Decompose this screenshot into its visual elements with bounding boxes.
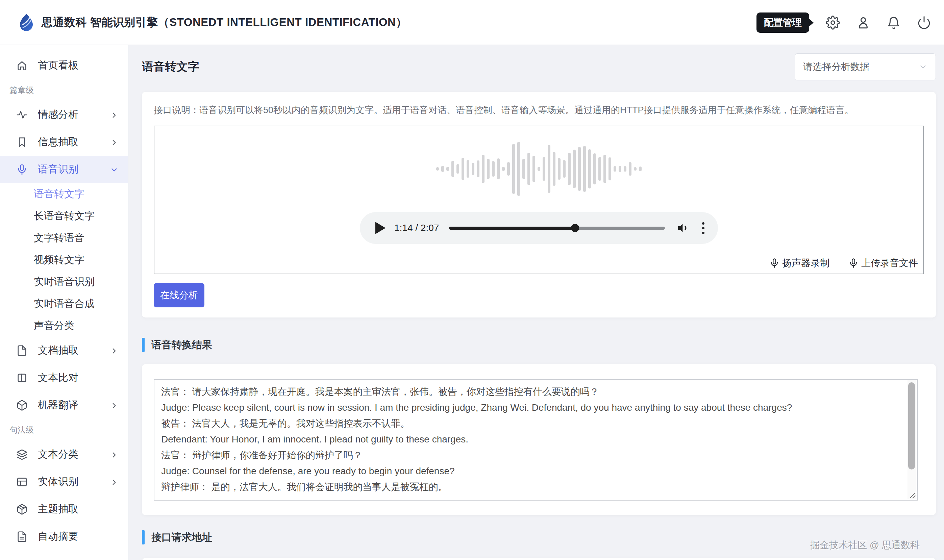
sidebar-item-speech-recognition[interactable]: 语音识别	[0, 156, 128, 183]
home-icon	[16, 60, 28, 71]
waveform-bar	[558, 158, 561, 180]
result-card: 法官： 请大家保持肃静，现在开庭。我是本案的主审法官，张伟。被告，你对这些指控有…	[142, 364, 936, 515]
chevron-down-icon	[110, 165, 119, 174]
sidebar-subitem-long-speech-to-text[interactable]: 长语音转文字	[0, 205, 128, 227]
waveform-bar	[502, 167, 505, 171]
waveform-bar	[573, 150, 576, 188]
waveform-bar	[543, 157, 545, 181]
waveform-bar	[553, 152, 556, 186]
page-title: 语音转文字	[142, 59, 199, 75]
user-icon[interactable]	[856, 15, 871, 30]
waveform-bar	[634, 167, 636, 171]
file-text-icon	[16, 531, 28, 542]
sidebar-item-information-extraction[interactable]: 信息抽取	[0, 128, 128, 156]
transcript-line: 被告： 法官大人，我是无辜的。我对这些指控表示不认罪。	[161, 415, 897, 431]
header-actions: 配置管理	[756, 0, 932, 45]
result-section-header: 语音转换结果	[142, 338, 212, 352]
sidebar-item-sentiment-analysis[interactable]: 情感分析	[0, 101, 128, 128]
waveform-bar	[477, 160, 479, 177]
waveform	[436, 139, 642, 198]
api-card	[142, 558, 936, 560]
chevron-right-icon	[110, 111, 119, 119]
waveform-bar	[629, 162, 631, 175]
result-section-title: 语音转换结果	[151, 338, 212, 352]
waveform-bar	[588, 149, 591, 188]
scrollbar-thumb[interactable]	[908, 382, 915, 469]
file-icon	[16, 345, 28, 356]
sidebar-subitem-video-to-text[interactable]: 视频转文字	[0, 249, 128, 271]
app-title: 思通数科 智能识别引擎（STONEDT INTELLIGENT IDENTIFI…	[42, 15, 407, 30]
play-button[interactable]	[375, 222, 385, 234]
app-header: 思通数科 智能识别引擎（STONEDT INTELLIGENT IDENTIFI…	[0, 0, 944, 45]
volume-icon[interactable]	[676, 221, 690, 235]
chevron-right-icon	[110, 478, 119, 486]
audio-input-card: 接口说明：语音识别可以将50秒以内的音频识别为文字。适用于语音对话、语音控制、语…	[142, 92, 936, 317]
more-options-icon[interactable]	[700, 220, 707, 236]
waveform-bar	[436, 167, 439, 171]
waveform-bar	[608, 157, 611, 180]
sidebar-subitem-speech-to-text[interactable]: 语音转文字	[0, 183, 128, 205]
waveform-bar	[512, 144, 515, 194]
sidebar-subitem-text-to-speech[interactable]: 文字转语音	[0, 227, 128, 249]
mic-icon	[16, 164, 28, 175]
waveform-bar	[456, 164, 459, 174]
waveform-bar	[639, 166, 642, 171]
waveform-bar	[507, 162, 510, 175]
chevron-right-icon	[110, 138, 119, 146]
waveform-bar	[467, 160, 469, 178]
waveform-bar	[517, 142, 520, 196]
transcript-textarea[interactable]: 法官： 请大家保持肃静，现在开庭。我是本案的主审法官，张伟。被告，你对这些指控有…	[154, 379, 918, 500]
waveform-bar	[482, 155, 485, 183]
sidebar-subitem-realtime-speech-synthesis[interactable]: 实时语音合成	[0, 293, 128, 315]
seek-bar[interactable]	[449, 227, 665, 230]
sidebar-item-machine-translation[interactable]: 机器翻译	[0, 391, 128, 419]
section-accent-bar	[142, 530, 145, 545]
sidebar-item-text-comparison[interactable]: 文本比对	[0, 364, 128, 391]
transcript-line: Defendant: Your Honor, I am innocent. I …	[161, 431, 897, 447]
api-description: 接口说明：语音识别可以将50秒以内的音频识别为文字。适用于语音对话、语音控制、语…	[154, 104, 924, 116]
analyze-button[interactable]: 在线分析	[154, 283, 205, 307]
section-accent-bar	[142, 338, 145, 352]
transcript-scrollbar[interactable]	[907, 380, 916, 499]
settings-icon[interactable]	[825, 15, 840, 30]
sidebar-item-entity-recognition[interactable]: 实体识别	[0, 468, 128, 495]
chevron-right-icon	[110, 450, 119, 459]
app-logo-icon	[18, 14, 34, 31]
api-section-header: 接口请求地址	[142, 530, 212, 545]
waveform-bar	[527, 153, 530, 185]
sidebar-item-auto-summary[interactable]: 自动摘要	[0, 523, 128, 550]
waveform-bar	[604, 155, 606, 183]
waveform-bar	[537, 167, 540, 171]
waveform-bar	[568, 153, 571, 185]
bell-icon[interactable]	[886, 15, 901, 30]
sidebar-item-home-dashboard[interactable]: 首页看板	[0, 52, 128, 79]
waveform-bar	[624, 166, 627, 172]
seek-thumb[interactable]	[571, 224, 579, 232]
upload-audio-button[interactable]: 上传录音文件	[849, 257, 918, 269]
sidebar-subitem-sound-classification[interactable]: 声音分类	[0, 315, 128, 337]
power-icon[interactable]	[916, 15, 932, 30]
waveform-bar	[563, 160, 565, 178]
upload-audio-label: 上传录音文件	[861, 257, 918, 269]
waveform-bar	[487, 159, 490, 179]
api-section-title: 接口请求地址	[151, 531, 212, 545]
resize-grip-icon[interactable]	[907, 490, 916, 499]
data-select[interactable]: 请选择分析数据	[795, 53, 936, 80]
chevron-right-icon	[110, 401, 119, 410]
sidebar-item-text-classification[interactable]: 文本分类	[0, 441, 128, 468]
waveform-bar	[451, 161, 454, 177]
sidebar-section-syntax-label: 句法级	[0, 419, 128, 441]
sidebar-subitem-realtime-speech-recognition[interactable]: 实时语音识别	[0, 271, 128, 293]
sidebar-item-topic-extraction[interactable]: 主题抽取	[0, 495, 128, 523]
transcript-line: 法官： 辩护律师，你准备好开始你的辩护了吗？	[161, 447, 897, 463]
waveform-bar	[522, 159, 525, 179]
audio-player: 1:14 / 2:07	[360, 212, 718, 244]
data-select-placeholder: 请选择分析数据	[803, 60, 869, 73]
waveform-bar	[497, 158, 500, 179]
sidebar: 首页看板篇章级情感分析信息抽取语音识别语音转文字长语音转文字文字转语音视频转文字…	[0, 45, 128, 560]
columns-icon	[16, 372, 28, 384]
sidebar-section-chapter-label: 篇章级	[0, 79, 128, 101]
speaker-record-button[interactable]: 扬声器录制	[769, 257, 830, 269]
pulse-icon	[16, 109, 28, 121]
sidebar-item-document-extraction[interactable]: 文档抽取	[0, 337, 128, 364]
